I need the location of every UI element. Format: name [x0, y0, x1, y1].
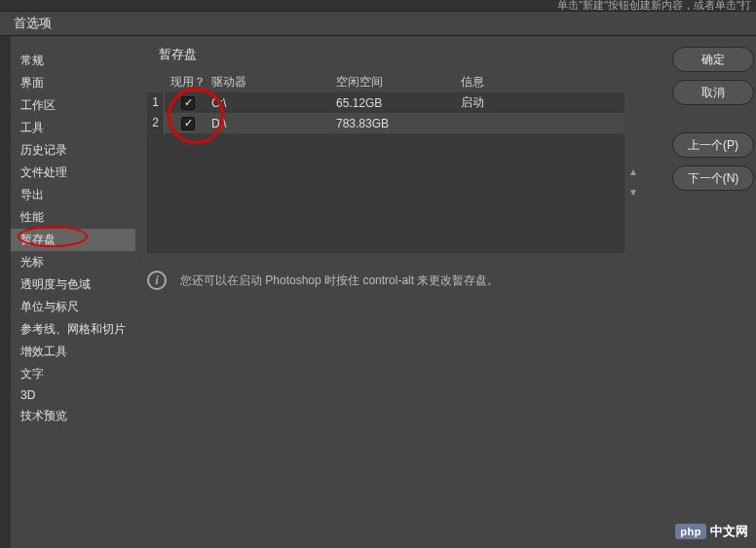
sidebar-item-scratchdisks[interactable]: 暂存盘	[11, 229, 135, 251]
sidebar-item-label: 暂存盘	[20, 233, 56, 246]
sidebar-item-history[interactable]: 历史记录	[11, 139, 135, 162]
hint-row: i 您还可以在启动 Photoshop 时按住 control-alt 来更改暂…	[147, 271, 756, 290]
window-title-bar: 首选项	[0, 11, 756, 36]
header-info: 信息	[461, 74, 624, 91]
watermark-text: 中文网	[710, 523, 748, 540]
cell-drive: C:\	[211, 96, 336, 110]
content-panel: 暂存盘 现用？ 驱动器 空闲空间 信息 1 ✓ C:\ 65.12GB	[135, 36, 756, 548]
cell-free: 783.83GB	[336, 117, 461, 130]
ok-button[interactable]: 确定	[672, 47, 754, 72]
sidebar-item-cursors[interactable]: 光标	[11, 251, 135, 274]
sidebar-item-guides[interactable]: 参考线、网格和切片	[11, 318, 135, 341]
header-drive: 驱动器	[211, 74, 336, 91]
scratch-disk-table: 现用？ 驱动器 空闲空间 信息 1 ✓ C:\ 65.12GB 启动 2	[147, 71, 624, 253]
cell-drive: D:\	[211, 117, 336, 130]
sidebar-item-general[interactable]: 常规	[11, 50, 135, 72]
sidebar-item-export[interactable]: 导出	[11, 184, 135, 206]
sidebar-item-techpreview[interactable]: 技术预览	[11, 405, 135, 427]
table-header: 现用？ 驱动器 空闲空间 信息	[147, 71, 624, 92]
header-free: 空闲空间	[336, 74, 461, 91]
active-checkbox[interactable]: ✓	[181, 117, 195, 130]
cancel-button[interactable]: 取消	[672, 80, 754, 105]
active-checkbox[interactable]: ✓	[181, 96, 195, 110]
row-number: 1	[147, 92, 165, 113]
table-empty-area	[147, 133, 624, 253]
table-row[interactable]: 1 ✓ C:\ 65.12GB 启动	[147, 92, 624, 113]
sidebar-item-transparency[interactable]: 透明度与色域	[11, 274, 135, 296]
window-title: 首选项	[14, 15, 52, 32]
left-strip	[0, 36, 11, 548]
sidebar-item-filehandling[interactable]: 文件处理	[11, 162, 135, 184]
cell-info: 启动	[461, 94, 624, 111]
next-button[interactable]: 下一个(N)	[672, 165, 754, 191]
cell-free: 65.12GB	[336, 96, 461, 110]
sidebar-item-performance[interactable]: 性能	[11, 206, 135, 229]
sidebar-item-tools[interactable]: 工具	[11, 117, 135, 139]
move-up-icon[interactable]: ▲	[628, 166, 638, 177]
sidebar-item-units[interactable]: 单位与标尺	[11, 296, 135, 318]
watermark-badge: php	[675, 524, 706, 539]
sidebar-item-workspace[interactable]: 工作区	[11, 94, 135, 117]
panel-title: 暂存盘	[159, 46, 756, 63]
sidebar-item-plugins[interactable]: 增效工具	[11, 341, 135, 363]
top-menu-bar: 单击"新建"按钮创建新内容，或者单击"打	[0, 0, 756, 11]
row-number: 2	[147, 113, 165, 133]
watermark: php 中文网	[675, 523, 748, 540]
sidebar-item-type[interactable]: 文字	[11, 363, 135, 385]
preferences-sidebar: 常规 界面 工作区 工具 历史记录 文件处理 导出 性能 暂存盘 光标 透明度与…	[11, 36, 135, 548]
move-down-icon[interactable]: ▼	[628, 187, 638, 198]
sidebar-item-interface[interactable]: 界面	[11, 72, 135, 94]
header-active: 现用？	[165, 74, 211, 91]
prev-button[interactable]: 上一个(P)	[672, 132, 754, 158]
dialog-buttons: 确定 取消 上一个(P) 下一个(N)	[672, 47, 756, 191]
info-icon: i	[147, 271, 167, 290]
hint-text: 您还可以在启动 Photoshop 时按住 control-alt 来更改暂存盘…	[180, 273, 499, 289]
table-row[interactable]: 2 ✓ D:\ 783.83GB	[147, 113, 624, 133]
sidebar-item-3d[interactable]: 3D	[11, 385, 135, 405]
